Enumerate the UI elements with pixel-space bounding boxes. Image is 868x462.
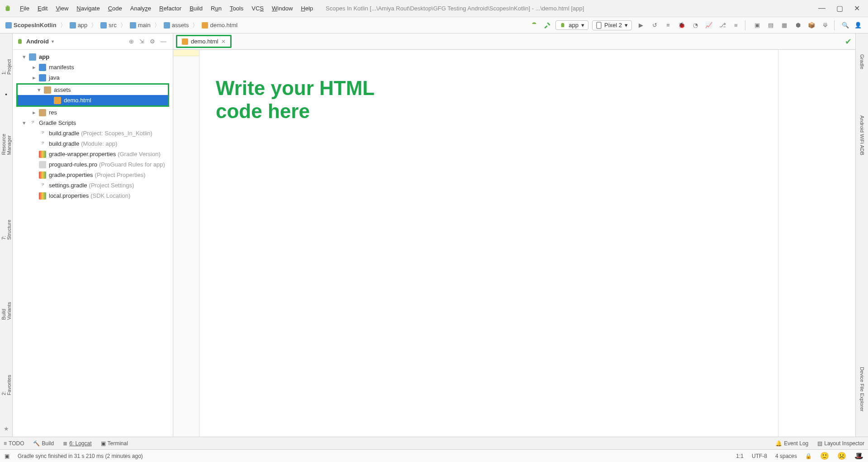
bottom-logcat[interactable]: ≣6: Logcat xyxy=(63,440,91,447)
bottom-build[interactable]: 🔨Build xyxy=(33,440,54,447)
avd-manager-icon[interactable]: ▣ xyxy=(753,21,762,30)
menu-code[interactable]: Code xyxy=(104,3,126,14)
menu-edit[interactable]: Edit xyxy=(34,3,51,14)
right-tab-gradle[interactable]: Gradle xyxy=(859,52,866,72)
titlebar: File Edit View Navigate Code Analyze Ref… xyxy=(0,0,868,17)
tree-proguard[interactable]: proguard-rules.pro(ProGuard Rules for ap… xyxy=(13,159,173,170)
sdk-manager-icon[interactable]: ▤ xyxy=(766,21,775,30)
device-combo[interactable]: Pixel 2 ▾ xyxy=(592,20,632,30)
star-icon: ★ xyxy=(4,425,9,437)
bottom-terminal[interactable]: ▣Terminal xyxy=(101,440,128,447)
crumb-assets[interactable]: assets xyxy=(162,21,191,29)
right-tab-wifi-adb[interactable]: Android WiFi ADB xyxy=(859,113,866,158)
menu-view[interactable]: View xyxy=(52,3,72,14)
tree-manifests[interactable]: ▸manifests xyxy=(13,62,173,72)
status-lock-icon[interactable]: 🔒 xyxy=(805,453,812,459)
close-button[interactable]: ✕ xyxy=(854,4,860,13)
bottom-toolbar: ≡TODO 🔨Build ≣6: Logcat ▣Terminal 🔔Event… xyxy=(0,437,868,449)
crumb-app[interactable]: app xyxy=(68,21,90,29)
menu-run[interactable]: Run xyxy=(207,3,225,14)
menu-tools[interactable]: Tools xyxy=(226,3,247,14)
plugin-icon[interactable]: ⬢ xyxy=(793,21,802,30)
status-inspection-sad-icon[interactable]: ☹️ xyxy=(837,452,846,460)
menu-window[interactable]: Window xyxy=(268,3,296,14)
target-icon[interactable]: ⊕ xyxy=(126,37,137,46)
android-logo-icon xyxy=(4,5,12,13)
tree-app[interactable]: ▾app xyxy=(13,52,173,62)
crumb-main[interactable]: main xyxy=(128,21,152,29)
left-tab-build-variants[interactable]: Build Variants xyxy=(0,288,13,323)
tree-assets[interactable]: ▾assets xyxy=(18,85,168,95)
hide-panel-icon[interactable]: — xyxy=(158,37,169,46)
project-tree[interactable]: ▾app ▸manifests ▸java ▾assets demo.html … xyxy=(13,50,173,437)
settings-icon[interactable]: ⚙ xyxy=(147,37,158,46)
menu-refactor[interactable]: Refactor xyxy=(156,3,185,14)
hammer-icon[interactable] xyxy=(541,20,554,31)
left-toolstrip: 1: Project ▪ Resource Manager 7: Structu… xyxy=(0,33,13,437)
window-title: Scopes In Kotlin [...\Amiya Rout\Desktop… xyxy=(326,5,818,12)
bottom-layout-inspector[interactable]: ▤Layout Inspector xyxy=(817,440,864,447)
run-button[interactable]: ▶ xyxy=(636,21,645,30)
left-tab-structure[interactable]: 7: Structure xyxy=(0,212,13,243)
maximize-button[interactable]: ▢ xyxy=(836,4,843,13)
html-file-icon xyxy=(182,38,188,45)
menu-help[interactable]: Help xyxy=(297,3,317,14)
bottom-todo[interactable]: ≡TODO xyxy=(4,440,24,447)
status-inspection-happy-icon[interactable]: 🙂 xyxy=(820,452,829,460)
deploy-icon[interactable]: ⟱ xyxy=(821,21,830,30)
tree-gradle-props[interactable]: gradle.properties(Project Properties) xyxy=(13,170,173,180)
stop-button[interactable]: ■ xyxy=(731,21,740,30)
crumb-project[interactable]: ScopesInKotlin xyxy=(4,21,58,29)
menu-navigate[interactable]: Navigate xyxy=(73,3,103,14)
minimize-button[interactable]: — xyxy=(818,4,825,13)
tree-java[interactable]: ▸java xyxy=(13,72,173,83)
project-view-dropdown[interactable]: Android ▾ xyxy=(16,38,54,45)
tree-demo-html[interactable]: demo.html xyxy=(18,95,168,105)
status-message: Gradle sync finished in 31 s 210 ms (2 m… xyxy=(18,453,143,459)
crumb-file[interactable]: demo.html xyxy=(200,21,239,29)
bottom-event-log[interactable]: 🔔Event Log xyxy=(775,440,808,447)
status-memory-icon[interactable]: 🎩 xyxy=(854,452,863,460)
collapse-icon[interactable]: ⇲ xyxy=(137,37,147,46)
status-encoding[interactable]: UTF-8 xyxy=(752,453,767,459)
tree-gradle-scripts[interactable]: ▾𝄢Gradle Scripts xyxy=(13,118,173,128)
left-tab-resource-manager[interactable]: Resource Manager xyxy=(0,111,13,158)
left-tab-project[interactable]: 1: Project xyxy=(0,52,13,77)
editor-tab-label: demo.html xyxy=(191,38,218,45)
box-icon[interactable]: 📦 xyxy=(807,21,816,30)
left-tab-favorites[interactable]: 2: Favorites xyxy=(0,367,13,398)
debug-button[interactable]: 🐞 xyxy=(677,21,686,30)
crumb-src[interactable]: src xyxy=(99,21,118,29)
resource-manager-icon[interactable]: ▦ xyxy=(780,21,789,30)
tree-res[interactable]: ▸res xyxy=(13,107,173,118)
status-indent[interactable]: 4 spaces xyxy=(775,453,797,459)
tree-build-gradle-project[interactable]: 𝄢build.gradle(Project: Scopes_In_Kotlin) xyxy=(13,128,173,138)
sync-icon[interactable] xyxy=(527,19,541,31)
attach-icon[interactable]: ⎇ xyxy=(718,21,727,30)
search-everywhere-icon[interactable]: 🔍 xyxy=(839,20,852,30)
menu-vcs[interactable]: VCS xyxy=(248,3,267,14)
editor-tab-demo[interactable]: demo.html ✕ xyxy=(176,35,232,48)
menubar: File Edit View Navigate Code Analyze Ref… xyxy=(16,3,317,14)
menu-analyze[interactable]: Analyze xyxy=(127,3,155,14)
left-tab-sep: ▪ xyxy=(5,91,7,98)
coverage-icon[interactable]: ◔ xyxy=(691,21,700,30)
right-tab-device-explorer[interactable]: Device File Explorer xyxy=(859,364,866,414)
menu-build[interactable]: Build xyxy=(186,3,206,14)
profiler-icon[interactable]: 📈 xyxy=(704,21,713,30)
user-icon[interactable]: 👤 xyxy=(852,20,864,30)
menu-file[interactable]: File xyxy=(16,3,33,14)
analysis-ok-icon[interactable]: ✔ xyxy=(845,37,852,47)
editor-preview[interactable]: Write your HTML code here xyxy=(199,50,778,437)
tree-build-gradle-module[interactable]: 𝄢build.gradle(Module: app) xyxy=(13,138,173,149)
run-config-combo[interactable]: app ▾ xyxy=(555,20,588,30)
close-tab-icon[interactable]: ✕ xyxy=(221,38,226,45)
rerun-icon[interactable]: ↺ xyxy=(650,21,659,30)
editor-area: demo.html ✕ ✔ Write your HTML code here xyxy=(173,33,855,437)
tree-wrapper-props[interactable]: gradle-wrapper.properties(Gradle Version… xyxy=(13,149,173,159)
tree-local-props[interactable]: local.properties(SDK Location) xyxy=(13,191,173,201)
status-quicklist-icon[interactable]: ▣ xyxy=(5,453,9,459)
status-caret[interactable]: 1:1 xyxy=(736,453,744,459)
apply-changes-icon[interactable]: ≡ xyxy=(664,21,673,30)
tree-settings-gradle[interactable]: 𝄢settings.gradle(Project Settings) xyxy=(13,180,173,191)
